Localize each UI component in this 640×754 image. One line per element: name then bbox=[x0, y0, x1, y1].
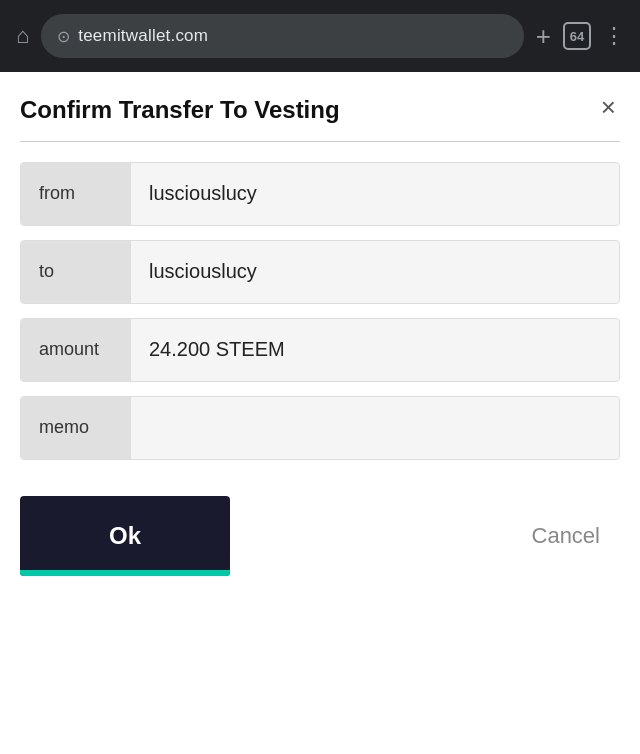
tab-count[interactable]: 64 bbox=[563, 22, 591, 50]
new-tab-icon[interactable]: + bbox=[536, 21, 551, 52]
amount-label: amount bbox=[21, 319, 131, 381]
menu-icon[interactable]: ⋮ bbox=[603, 23, 624, 49]
dialog-container: Confirm Transfer To Vesting × from lusci… bbox=[0, 72, 640, 754]
browser-chrome: ⌂ ⊙ teemitwallet.com + 64 ⋮ bbox=[0, 0, 640, 72]
to-value: lusciouslucy bbox=[131, 241, 619, 303]
to-field-row: to lusciouslucy bbox=[20, 240, 620, 304]
address-text: teemitwallet.com bbox=[78, 26, 208, 46]
amount-field-row: amount 24.200 STEEM bbox=[20, 318, 620, 382]
from-field-row: from lusciouslucy bbox=[20, 162, 620, 226]
memo-label: memo bbox=[21, 397, 131, 459]
memo-field-row: memo bbox=[20, 396, 620, 460]
address-bar[interactable]: ⊙ teemitwallet.com bbox=[41, 14, 524, 58]
close-button[interactable]: × bbox=[597, 94, 620, 120]
ok-button[interactable]: Ok bbox=[20, 496, 230, 576]
home-icon[interactable]: ⌂ bbox=[16, 25, 29, 47]
cancel-button[interactable]: Cancel bbox=[512, 513, 620, 559]
dialog-title: Confirm Transfer To Vesting bbox=[20, 96, 340, 125]
lock-icon: ⊙ bbox=[57, 27, 70, 46]
to-label: to bbox=[21, 241, 131, 303]
from-label: from bbox=[21, 163, 131, 225]
button-row: Ok Cancel bbox=[20, 496, 620, 596]
dialog-header: Confirm Transfer To Vesting × bbox=[20, 96, 620, 125]
divider bbox=[20, 141, 620, 142]
memo-value bbox=[131, 397, 619, 459]
amount-value: 24.200 STEEM bbox=[131, 319, 619, 381]
from-value: lusciouslucy bbox=[131, 163, 619, 225]
